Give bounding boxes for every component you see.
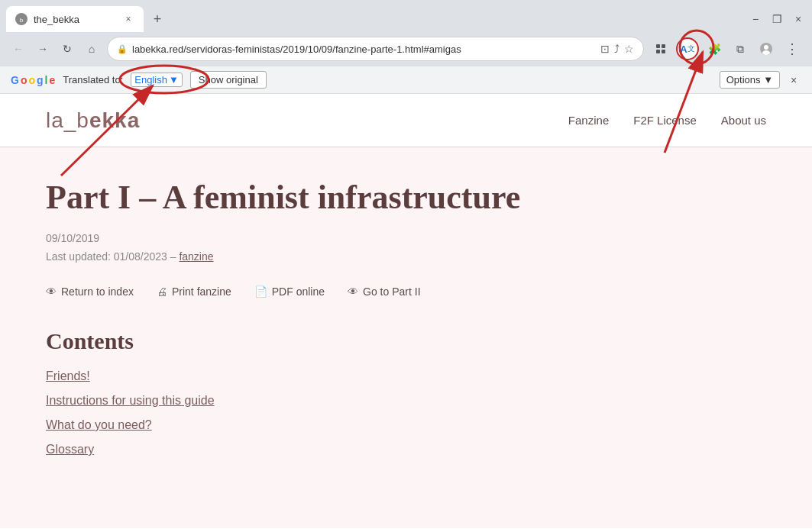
- language-dropdown[interactable]: English ▼: [131, 73, 183, 87]
- contents-link-1[interactable]: Friends!: [46, 369, 90, 382]
- article-meta: Last updated: 01/08/2023 – fanzine: [46, 250, 766, 263]
- close-window-button[interactable]: ×: [791, 11, 806, 27]
- translate-button[interactable]: A文: [676, 37, 699, 60]
- svg-rect-2: [656, 44, 660, 48]
- refresh-button[interactable]: ↻: [58, 40, 76, 58]
- action-links: 👁 Return to index 🖨 Print fanzine 📄 PDF …: [46, 285, 766, 298]
- contents-link-2[interactable]: Instructions for using this guide: [46, 394, 215, 407]
- category-link[interactable]: fanzine: [179, 250, 213, 263]
- print-fanzine-label: Print fanzine: [172, 285, 231, 298]
- url-bar[interactable]: 🔒 labekka.red/servidoras-feministas/2019…: [107, 37, 644, 61]
- dropdown-arrow-icon: ▼: [169, 74, 179, 85]
- url-text: labekka.red/servidoras-feministas/2019/1…: [132, 44, 596, 55]
- eye-icon: 👁: [46, 285, 57, 298]
- print-icon: 🖨: [157, 285, 167, 298]
- logo-bold-text: ekka: [89, 108, 140, 132]
- article-title: Part I – A feminist infrastructure: [46, 178, 766, 217]
- list-item: Friends!: [46, 369, 766, 383]
- go-to-part-ii-link[interactable]: 👁 Go to Part II: [348, 285, 420, 298]
- return-to-index-link[interactable]: 👁 Return to index: [46, 285, 134, 298]
- contents-list: Friends! Instructions for using this gui…: [46, 369, 766, 456]
- tab-title: the_bekka: [34, 14, 116, 25]
- home-button[interactable]: ⌂: [82, 40, 101, 58]
- tab-favicon: b: [15, 13, 27, 25]
- nav-f2f-link[interactable]: F2F License: [633, 114, 697, 127]
- contents-heading: Contents: [46, 328, 766, 354]
- svg-rect-4: [656, 50, 660, 53]
- svg-text:b: b: [20, 17, 24, 24]
- eye-icon-2: 👁: [348, 285, 358, 298]
- sidebar-icon[interactable]: ⧉: [730, 38, 751, 60]
- language-label: English: [134, 74, 167, 85]
- share-icon[interactable]: ⤴: [614, 43, 620, 55]
- contents-link-3[interactable]: What do you need?: [46, 418, 152, 431]
- last-updated-label: Last updated: 01/08/2023 –: [46, 250, 176, 263]
- show-original-button[interactable]: Show original: [190, 71, 267, 89]
- lock-icon: 🔒: [117, 44, 128, 54]
- list-item: What do you need?: [46, 418, 766, 432]
- translated-to-label: Translated to:: [63, 74, 123, 85]
- pdf-online-link[interactable]: 📄 PDF online: [254, 285, 325, 298]
- list-item: Glossary: [46, 443, 766, 456]
- nav-fanzine-link[interactable]: Fanzine: [568, 114, 609, 127]
- browser-tab[interactable]: b the_bekka ×: [6, 6, 144, 32]
- back-button[interactable]: ←: [9, 40, 27, 58]
- options-button[interactable]: Options ▼: [720, 71, 780, 89]
- cast-icon: ⊡: [600, 43, 610, 55]
- contents-link-4[interactable]: Glossary: [46, 443, 94, 456]
- pdf-icon: 📄: [254, 285, 267, 298]
- svg-point-7: [764, 45, 768, 50]
- print-fanzine-link[interactable]: 🖨 Print fanzine: [157, 285, 231, 298]
- svg-rect-5: [662, 50, 665, 53]
- profile-icon[interactable]: [755, 38, 777, 60]
- restore-button[interactable]: ❐: [769, 11, 785, 27]
- minimize-button[interactable]: −: [748, 11, 763, 27]
- article-date: 09/10/2019: [46, 232, 766, 244]
- svg-point-8: [762, 50, 770, 55]
- menu-icon[interactable]: ⋮: [781, 38, 803, 60]
- svg-rect-3: [662, 44, 665, 48]
- new-tab-button[interactable]: +: [147, 8, 168, 30]
- go-to-part-ii-label: Go to Part II: [363, 285, 420, 298]
- puzzle-icon[interactable]: 🧩: [704, 38, 725, 60]
- translation-bar-close-button[interactable]: ×: [786, 73, 801, 88]
- page-content: la_bekka Fanzine F2F License About us Pa…: [0, 94, 812, 528]
- site-logo: la_bekka: [46, 108, 140, 133]
- site-navigation: Fanzine F2F License About us: [568, 114, 766, 127]
- tab-close-button[interactable]: ×: [122, 13, 134, 25]
- nav-about-link[interactable]: About us: [721, 114, 766, 127]
- article: Part I – A feminist infrastructure 09/10…: [0, 147, 812, 498]
- translate-button-container: A文: [676, 37, 699, 60]
- bookmark-icon[interactable]: ☆: [624, 43, 634, 55]
- extensions-icon[interactable]: [650, 38, 671, 60]
- forward-button[interactable]: →: [34, 40, 52, 58]
- google-logo: Google: [11, 74, 55, 86]
- site-header: la_bekka Fanzine F2F License About us: [0, 94, 812, 147]
- pdf-online-label: PDF online: [272, 285, 325, 298]
- logo-light-text: la_b: [46, 108, 89, 132]
- translation-bar: Google Translated to: English ▼ Show ori…: [0, 66, 812, 94]
- list-item: Instructions for using this guide: [46, 394, 766, 408]
- return-to-index-label: Return to index: [61, 285, 134, 298]
